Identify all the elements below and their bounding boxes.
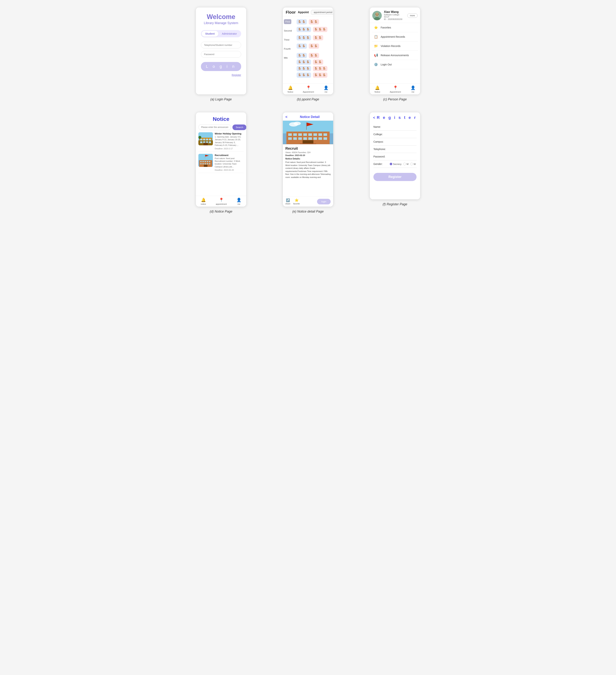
seat-37[interactable]: 🪑 <box>306 73 310 77</box>
share-action[interactable]: ↗️ share <box>285 198 291 205</box>
appointment-phone-frame: Floor Appoint appointment period First S… <box>283 7 333 95</box>
register-password-input[interactable] <box>390 155 420 158</box>
appointment-page: Floor Appoint appointment period First S… <box>283 7 333 94</box>
seat-4[interactable]: 🪑 <box>314 20 318 23</box>
nav-me[interactable]: 👤 me <box>324 85 328 93</box>
favorite-action[interactable]: ⭐ favorite <box>293 198 300 205</box>
login-button[interactable]: L o g i n <box>201 62 241 71</box>
seat-32[interactable]: 🪑 <box>314 67 318 70</box>
notice-nav-notice[interactable]: 🔔 notice <box>201 198 206 205</box>
password-input[interactable] <box>201 51 241 58</box>
notice-nav-me[interactable]: 👤 me <box>236 198 241 205</box>
gender-secrecy[interactable]: Secrecy <box>390 163 401 165</box>
register-button[interactable]: Register <box>373 173 416 181</box>
person-nav-notice[interactable]: 🔔 Notice <box>375 85 380 93</box>
period-select[interactable]: appointment period <box>311 10 333 15</box>
notice-item-2[interactable]: Recruitment Post nature: fixed post Recr… <box>199 154 244 173</box>
floor-third[interactable]: Third <box>284 39 291 41</box>
seat-31[interactable]: 🪑 <box>306 67 310 70</box>
seat-15[interactable]: 🪑 <box>318 36 322 40</box>
floor-fourth[interactable]: Fourth <box>284 48 292 50</box>
seat-38[interactable]: 🪑 <box>314 73 318 77</box>
seat-36[interactable]: 🪑 <box>302 73 306 77</box>
seat-27[interactable]: 🪑 <box>314 60 318 64</box>
seat-7[interactable]: 🪑 <box>306 28 310 31</box>
seat-19[interactable]: 🪑 <box>314 45 318 48</box>
detail-login-button[interactable]: login <box>317 199 331 204</box>
nav-notice[interactable]: 🔔 Notice <box>288 85 293 93</box>
seat-3[interactable]: 🪑 <box>310 20 314 23</box>
seat-2[interactable]: 🪑 <box>302 20 306 23</box>
login-page: Welcome Library Manage System Student Ad… <box>196 7 246 94</box>
seat-17[interactable]: 🪑 <box>302 45 306 48</box>
seat-35[interactable]: 🪑 <box>298 73 302 77</box>
seat-25[interactable]: 🪑 <box>302 60 306 64</box>
seat-22[interactable]: 🪑 <box>310 54 314 57</box>
menu-violation-records[interactable]: 📁 Violation Records <box>372 42 418 51</box>
seat-33[interactable]: 🪑 <box>318 67 322 70</box>
gender-m[interactable]: M <box>403 163 408 165</box>
person-nav-appointment[interactable]: 📍 Appointment <box>390 85 401 93</box>
seat-6[interactable]: 🪑 <box>302 28 306 31</box>
secrecy-radio[interactable] <box>390 163 392 165</box>
seat-28[interactable]: 🪑 <box>318 60 322 64</box>
seat-10[interactable]: 🪑 <box>322 28 326 31</box>
floor-first[interactable]: First <box>284 19 291 24</box>
notice-item-1[interactable]: Winter Holiday Opening 1. Opening date: … <box>199 132 244 152</box>
seat-39[interactable]: 🪑 <box>318 73 322 77</box>
menu-favorites[interactable]: ⭐ Favorites <box>372 23 418 32</box>
seat-14[interactable]: 🪑 <box>314 36 318 40</box>
tab-admin[interactable]: Administrator <box>218 31 240 36</box>
seat-21[interactable]: 🪑 <box>302 54 306 57</box>
menu-appointment-records[interactable]: 📋 Appointment Records <box>372 32 418 42</box>
campus-input[interactable] <box>390 140 420 143</box>
seat-24[interactable]: 🪑 <box>298 60 302 64</box>
register-back-button[interactable]: < <box>373 116 375 120</box>
gender-w[interactable]: W <box>410 163 416 165</box>
seat-26[interactable]: 🪑 <box>306 60 310 64</box>
m-radio[interactable] <box>403 163 406 165</box>
college-input[interactable] <box>390 133 420 136</box>
seat-23[interactable]: 🪑 <box>314 54 318 57</box>
seat-16[interactable]: 🪑 <box>298 45 302 48</box>
seat-5[interactable]: 🪑 <box>298 28 302 31</box>
floor-fifth[interactable]: fifth <box>284 57 289 59</box>
seat-40[interactable]: 🪑 <box>322 73 326 77</box>
seat-1[interactable]: 🪑 <box>298 20 302 23</box>
nav-appointment[interactable]: 📍 Appointment <box>303 85 314 93</box>
seat-29[interactable]: 🪑 <box>298 67 302 70</box>
menu-login-out[interactable]: ⚙️ Login Out <box>372 60 418 69</box>
telephone-input[interactable] <box>390 148 420 151</box>
seat-12[interactable]: 🪑 <box>302 36 306 40</box>
register-link[interactable]: Register <box>232 74 241 76</box>
floor-second[interactable]: Second <box>284 29 293 32</box>
menu-release-announcements[interactable]: 📢 Release Announcements <box>372 51 418 60</box>
seat-18[interactable]: 🪑 <box>310 45 314 48</box>
w-radio[interactable] <box>410 163 413 165</box>
notice-search-input[interactable] <box>199 124 231 130</box>
seat-30[interactable]: 🪑 <box>302 67 306 70</box>
more-button[interactable]: more <box>407 13 417 18</box>
svg-rect-18 <box>200 138 200 139</box>
seat-group-5f: 🪑 🪑 🪑 <box>313 66 327 71</box>
seat-13[interactable]: 🪑 <box>306 36 310 40</box>
notice-nav-appointment[interactable]: 📍 appointment <box>216 198 227 205</box>
seat-11[interactable]: 🪑 <box>298 36 302 40</box>
tab-student[interactable]: Student <box>202 31 218 36</box>
person-nav-me[interactable]: 👤 me <box>410 85 415 93</box>
seat-row-5b: 🪑 🪑 🪑 🪑 🪑 <box>297 59 332 65</box>
seat-9[interactable]: 🪑 <box>318 28 322 31</box>
notice-search-button[interactable]: Search <box>232 125 246 130</box>
phone-input[interactable] <box>201 42 241 49</box>
appoint-tab[interactable]: Appoint <box>298 11 309 14</box>
detail-back-button[interactable]: < <box>285 115 288 119</box>
person-name: Xiao Wang <box>384 10 405 14</box>
seat-20[interactable]: 🪑 <box>298 54 302 57</box>
seat-8[interactable]: 🪑 <box>314 28 318 31</box>
appointment-nav: 🔔 Notice 📍 Appointment 👤 me <box>283 83 333 94</box>
login-phone-frame: Welcome Library Manage System Student Ad… <box>196 7 246 95</box>
seat-34[interactable]: 🪑 <box>322 67 326 70</box>
svg-point-3 <box>376 14 376 14</box>
name-input[interactable] <box>390 126 420 128</box>
password-field: Password: <box>373 153 416 160</box>
